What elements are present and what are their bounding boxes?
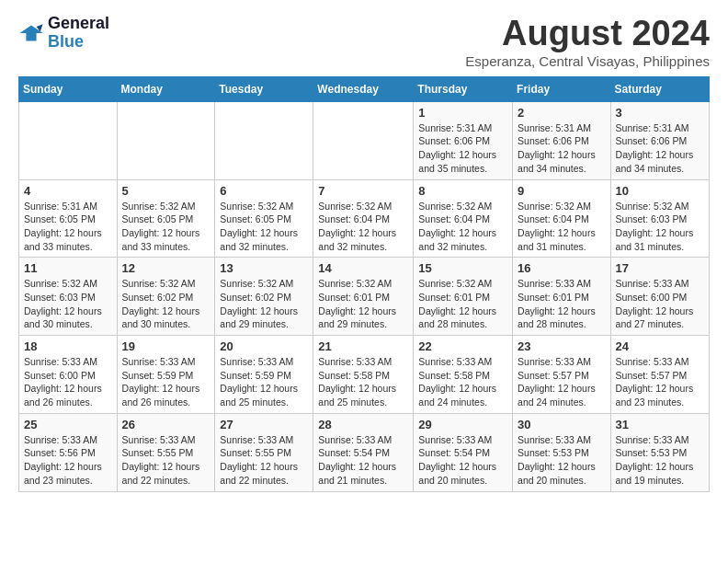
calendar-cell: 28Sunrise: 5:33 AM Sunset: 5:54 PM Dayli… [313,413,414,491]
cell-day-number: 24 [616,339,704,353]
cell-day-number: 13 [220,261,308,275]
cell-sun-info: Sunrise: 5:33 AM Sunset: 5:59 PM Dayligh… [220,355,308,409]
cell-day-number: 16 [518,261,606,275]
weekday-header: Saturday [610,76,709,101]
calendar-cell: 30Sunrise: 5:33 AM Sunset: 5:53 PM Dayli… [513,413,611,491]
cell-day-number: 7 [318,184,408,198]
calendar-week-row: 1Sunrise: 5:31 AM Sunset: 6:06 PM Daylig… [19,101,710,179]
cell-day-number: 31 [616,418,704,431]
cell-day-number: 5 [122,184,210,198]
calendar-cell: 21Sunrise: 5:33 AM Sunset: 5:58 PM Dayli… [313,336,414,414]
calendar-cell: 12Sunrise: 5:32 AM Sunset: 6:02 PM Dayli… [117,258,215,336]
page-header: General Blue August 2024 Esperanza, Cent… [18,15,710,69]
cell-day-number: 22 [418,339,507,353]
calendar-cell: 26Sunrise: 5:33 AM Sunset: 5:55 PM Dayli… [117,413,215,491]
cell-sun-info: Sunrise: 5:33 AM Sunset: 5:55 PM Dayligh… [122,433,210,488]
calendar-cell: 23Sunrise: 5:33 AM Sunset: 5:57 PM Dayli… [513,336,611,414]
cell-sun-info: Sunrise: 5:33 AM Sunset: 5:54 PM Dayligh… [318,433,408,488]
cell-sun-info: Sunrise: 5:33 AM Sunset: 6:01 PM Dayligh… [518,277,606,331]
calendar-week-row: 25Sunrise: 5:33 AM Sunset: 5:56 PM Dayli… [19,413,710,491]
calendar-cell: 2Sunrise: 5:31 AM Sunset: 6:06 PM Daylig… [513,101,611,179]
cell-sun-info: Sunrise: 5:32 AM Sunset: 6:04 PM Dayligh… [518,200,606,254]
cell-sun-info: Sunrise: 5:33 AM Sunset: 5:56 PM Dayligh… [24,433,112,488]
cell-sun-info: Sunrise: 5:33 AM Sunset: 5:58 PM Dayligh… [418,355,507,409]
calendar-cell: 27Sunrise: 5:33 AM Sunset: 5:55 PM Dayli… [215,413,313,491]
calendar-cell: 9Sunrise: 5:32 AM Sunset: 6:04 PM Daylig… [513,179,611,258]
calendar-cell: 19Sunrise: 5:33 AM Sunset: 5:59 PM Dayli… [117,336,215,414]
calendar-cell: 14Sunrise: 5:32 AM Sunset: 6:01 PM Dayli… [313,258,414,336]
cell-day-number: 29 [418,418,507,431]
cell-sun-info: Sunrise: 5:32 AM Sunset: 6:02 PM Dayligh… [122,277,210,331]
calendar-week-row: 4Sunrise: 5:31 AM Sunset: 6:05 PM Daylig… [19,179,710,258]
logo-text: General Blue [48,15,109,52]
weekday-header: Tuesday [215,76,313,101]
calendar-cell: 3Sunrise: 5:31 AM Sunset: 6:06 PM Daylig… [610,101,709,179]
calendar-cell [313,101,414,179]
cell-sun-info: Sunrise: 5:32 AM Sunset: 6:05 PM Dayligh… [220,200,308,254]
cell-sun-info: Sunrise: 5:32 AM Sunset: 6:03 PM Dayligh… [24,277,112,331]
cell-day-number: 28 [318,418,408,431]
weekday-header: Monday [117,76,215,101]
cell-day-number: 14 [318,261,408,275]
cell-day-number: 1 [418,106,507,120]
cell-sun-info: Sunrise: 5:32 AM Sunset: 6:04 PM Dayligh… [418,200,507,254]
cell-day-number: 4 [24,184,112,198]
cell-sun-info: Sunrise: 5:33 AM Sunset: 5:53 PM Dayligh… [616,433,704,488]
title-area: August 2024 Esperanza, Central Visayas, … [465,15,710,69]
cell-day-number: 8 [418,184,507,198]
calendar-cell: 31Sunrise: 5:33 AM Sunset: 5:53 PM Dayli… [610,413,709,491]
calendar-cell [117,101,215,179]
calendar-cell: 20Sunrise: 5:33 AM Sunset: 5:59 PM Dayli… [215,336,313,414]
cell-sun-info: Sunrise: 5:33 AM Sunset: 5:58 PM Dayligh… [318,355,408,409]
calendar-cell: 29Sunrise: 5:33 AM Sunset: 5:54 PM Dayli… [414,413,513,491]
cell-day-number: 6 [220,184,308,198]
logo: General Blue [18,15,109,52]
cell-day-number: 18 [24,339,112,353]
calendar-cell: 25Sunrise: 5:33 AM Sunset: 5:56 PM Dayli… [19,413,118,491]
calendar-cell: 6Sunrise: 5:32 AM Sunset: 6:05 PM Daylig… [215,179,313,258]
calendar-table: SundayMondayTuesdayWednesdayThursdayFrid… [18,76,710,492]
calendar-week-row: 11Sunrise: 5:32 AM Sunset: 6:03 PM Dayli… [19,258,710,336]
weekday-header: Wednesday [313,76,414,101]
calendar-cell: 22Sunrise: 5:33 AM Sunset: 5:58 PM Dayli… [414,336,513,414]
cell-sun-info: Sunrise: 5:33 AM Sunset: 6:00 PM Dayligh… [24,355,112,409]
cell-sun-info: Sunrise: 5:31 AM Sunset: 6:05 PM Dayligh… [24,200,112,254]
calendar-cell: 16Sunrise: 5:33 AM Sunset: 6:01 PM Dayli… [513,258,611,336]
cell-sun-info: Sunrise: 5:32 AM Sunset: 6:01 PM Dayligh… [318,277,408,331]
cell-sun-info: Sunrise: 5:32 AM Sunset: 6:04 PM Dayligh… [318,200,408,254]
cell-sun-info: Sunrise: 5:31 AM Sunset: 6:06 PM Dayligh… [616,121,704,176]
page-title: August 2024 [465,15,710,53]
cell-sun-info: Sunrise: 5:33 AM Sunset: 5:57 PM Dayligh… [518,355,606,409]
cell-sun-info: Sunrise: 5:33 AM Sunset: 5:57 PM Dayligh… [616,355,704,409]
weekday-header: Friday [513,76,611,101]
cell-day-number: 11 [24,261,112,275]
cell-day-number: 23 [518,339,606,353]
cell-day-number: 19 [122,339,210,353]
calendar-cell [19,101,118,179]
cell-sun-info: Sunrise: 5:33 AM Sunset: 5:53 PM Dayligh… [518,433,606,488]
cell-day-number: 27 [220,418,308,431]
cell-day-number: 9 [518,184,606,198]
cell-day-number: 20 [220,339,308,353]
cell-sun-info: Sunrise: 5:33 AM Sunset: 5:59 PM Dayligh… [122,355,210,409]
calendar-cell: 4Sunrise: 5:31 AM Sunset: 6:05 PM Daylig… [19,179,118,258]
calendar-cell [215,101,313,179]
cell-day-number: 3 [616,106,704,120]
cell-day-number: 2 [518,106,606,120]
weekday-header: Sunday [19,76,118,101]
calendar-cell: 5Sunrise: 5:32 AM Sunset: 6:05 PM Daylig… [117,179,215,258]
page-subtitle: Esperanza, Central Visayas, Philippines [465,53,710,69]
calendar-cell: 17Sunrise: 5:33 AM Sunset: 6:00 PM Dayli… [610,258,709,336]
cell-day-number: 25 [24,418,112,431]
cell-day-number: 15 [418,261,507,275]
calendar-header: SundayMondayTuesdayWednesdayThursdayFrid… [19,76,710,101]
cell-sun-info: Sunrise: 5:31 AM Sunset: 6:06 PM Dayligh… [518,121,606,176]
calendar-cell: 10Sunrise: 5:32 AM Sunset: 6:03 PM Dayli… [610,179,709,258]
calendar-cell: 1Sunrise: 5:31 AM Sunset: 6:06 PM Daylig… [414,101,513,179]
cell-sun-info: Sunrise: 5:32 AM Sunset: 6:01 PM Dayligh… [418,277,507,331]
calendar-week-row: 18Sunrise: 5:33 AM Sunset: 6:00 PM Dayli… [19,336,710,414]
calendar-cell: 7Sunrise: 5:32 AM Sunset: 6:04 PM Daylig… [313,179,414,258]
logo-icon [18,20,44,46]
calendar-cell: 11Sunrise: 5:32 AM Sunset: 6:03 PM Dayli… [19,258,118,336]
calendar-cell: 8Sunrise: 5:32 AM Sunset: 6:04 PM Daylig… [414,179,513,258]
